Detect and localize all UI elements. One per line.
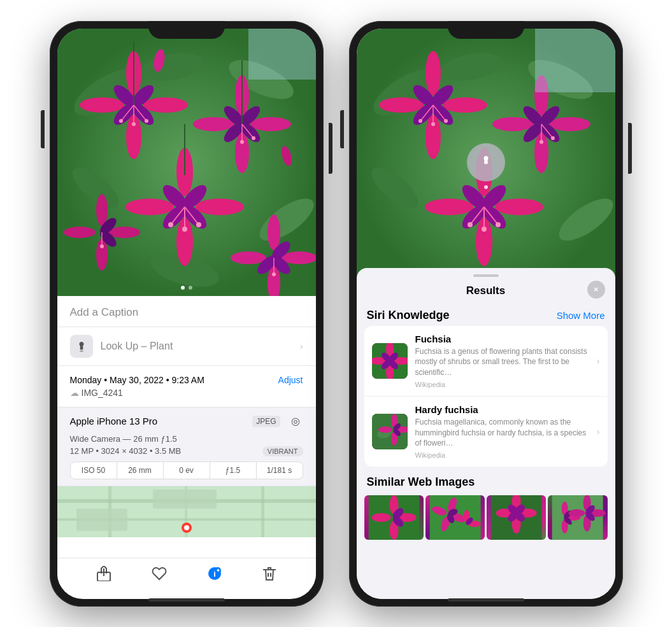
results-sheet: Results × Siri Knowledge Show More <box>357 268 615 599</box>
hardy-fuchsia-item[interactable]: Hardy fuchsia Fuchsia magellanica, commo… <box>364 397 608 467</box>
hardy-name: Hardy fuchsia <box>415 404 589 415</box>
exif-shutter: 1/181 s <box>257 462 303 479</box>
similar-img-2[interactable] <box>425 495 485 540</box>
sheet-title: Results <box>466 285 505 297</box>
svg-rect-78 <box>153 490 217 509</box>
fuchsia-thumb <box>372 343 408 379</box>
svg-point-20 <box>119 119 123 123</box>
svg-point-50 <box>64 227 96 238</box>
svg-point-56 <box>282 251 316 264</box>
share-button[interactable] <box>96 566 111 581</box>
svg-point-10 <box>80 97 124 113</box>
left-phone: Add a Caption Look Up – Plant › Mon <box>50 21 324 607</box>
similar-images[interactable] <box>364 495 608 540</box>
svg-point-122 <box>495 199 543 215</box>
file-specs: 12 MP • 3024 × 4032 • 3.5 MB VIBRANT <box>70 446 303 456</box>
info-section: Monday • May 30, 2022 • 9:23 AM Adjust ☁… <box>57 366 316 407</box>
siri-dot <box>484 185 488 189</box>
heart-button[interactable] <box>152 566 167 581</box>
adjust-button[interactable]: Adjust <box>278 375 303 385</box>
svg-point-120 <box>551 136 555 140</box>
svg-point-112 <box>492 117 533 131</box>
notch <box>148 21 225 39</box>
location-icon[interactable]: ◎ <box>288 414 303 429</box>
lookup-row[interactable]: Look Up – Plant › <box>57 327 316 366</box>
exif-row: ISO 50 26 mm 0 ev ƒ1.5 1/181 s <box>70 461 303 479</box>
svg-point-44 <box>182 227 187 232</box>
exif-ev: 0 ev <box>164 462 210 479</box>
hardy-desc: Fuchsia magellanica, commonly known as t… <box>415 417 589 449</box>
chevron-right-icon: › <box>300 341 303 351</box>
svg-rect-77 <box>76 509 127 531</box>
svg-point-133 <box>496 222 501 227</box>
svg-rect-135 <box>535 29 615 92</box>
home-indicator-right <box>448 598 524 602</box>
svg-point-8 <box>143 97 188 113</box>
home-indicator <box>148 598 225 602</box>
svg-rect-76 <box>261 486 264 537</box>
svg-point-55 <box>268 215 280 250</box>
trash-button[interactable] <box>262 566 276 581</box>
lookup-text: Look Up – Plant <box>101 341 173 352</box>
svg-text:✦: ✦ <box>216 568 220 574</box>
siri-icon <box>70 335 93 358</box>
close-button[interactable]: × <box>587 281 605 299</box>
svg-point-107 <box>444 119 448 123</box>
device-name: Apple iPhone 13 Pro <box>70 416 158 426</box>
similar-title: Similar Web Images <box>364 476 608 489</box>
svg-point-24 <box>193 117 234 131</box>
svg-point-110 <box>550 117 590 131</box>
svg-point-98 <box>379 97 424 113</box>
sheet-header: Results × <box>357 277 615 302</box>
device-section: Apple iPhone 13 Pro JPEG ◎ Wide Camera —… <box>57 407 316 486</box>
similar-img-1[interactable] <box>364 495 424 540</box>
fuchsia-source: Wikipedia <box>415 381 589 388</box>
svg-point-18 <box>132 122 136 126</box>
vibrant-badge: VIBRANT <box>262 446 303 456</box>
flower-photo[interactable] <box>57 29 316 296</box>
caption-area[interactable]: Add a Caption <box>57 296 316 327</box>
hardy-source: Wikipedia <box>415 451 589 459</box>
svg-point-108 <box>418 119 422 123</box>
svg-point-106 <box>431 122 435 126</box>
svg-point-119 <box>540 140 543 144</box>
svg-point-124 <box>425 199 473 215</box>
svg-point-95 <box>425 51 441 95</box>
info-button[interactable]: i ✦ <box>207 566 222 581</box>
exif-aperture: ƒ1.5 <box>210 462 257 479</box>
file-spec-text: 12 MP • 3024 × 4032 • 3.5 MB <box>70 446 182 456</box>
svg-point-22 <box>250 117 291 131</box>
siri-knowledge-title: Siri Knowledge <box>367 309 450 322</box>
caption-placeholder: Add a Caption <box>70 306 139 318</box>
siri-visual-badge[interactable] <box>467 143 505 181</box>
svg-point-188 <box>569 509 585 517</box>
svg-point-36 <box>125 199 174 215</box>
svg-point-32 <box>252 136 255 140</box>
sheet-content[interactable]: Siri Knowledge Show More <box>357 302 615 595</box>
cloud-icon: ☁ <box>70 388 79 398</box>
fuchsia-desc: Fuchsia is a genus of flowering plants t… <box>415 346 589 378</box>
map-preview[interactable] <box>57 486 316 537</box>
fuchsia-name: Fuchsia <box>415 334 589 344</box>
fuchsia-item[interactable]: Fuchsia Fuchsia is a genus of flowering … <box>364 326 608 397</box>
svg-point-70 <box>80 350 83 352</box>
similar-img-3[interactable] <box>487 495 546 540</box>
svg-point-31 <box>240 140 244 144</box>
show-more-button[interactable]: Show More <box>557 310 605 321</box>
camera-specs: Wide Camera — 26 mm ƒ1.5 <box>70 434 303 444</box>
svg-point-48 <box>108 227 140 238</box>
right-flower-photo <box>357 29 615 296</box>
svg-point-134 <box>468 222 473 227</box>
fuchsia-info: Fuchsia Fuchsia is a genus of flowering … <box>415 334 589 388</box>
exif-mm: 26 mm <box>117 462 164 479</box>
fuchsia-chevron: › <box>597 356 600 366</box>
svg-point-132 <box>482 227 487 232</box>
svg-point-47 <box>96 194 108 226</box>
notch-right <box>448 21 524 39</box>
jpeg-badge: JPEG <box>252 416 280 427</box>
svg-point-157 <box>371 513 390 522</box>
similar-img-4[interactable] <box>548 495 607 540</box>
date-text: Monday • May 30, 2022 • 9:23 AM <box>70 375 204 385</box>
right-phone-inner: Results × Siri Knowledge Show More <box>357 29 615 599</box>
svg-point-150 <box>378 426 392 433</box>
